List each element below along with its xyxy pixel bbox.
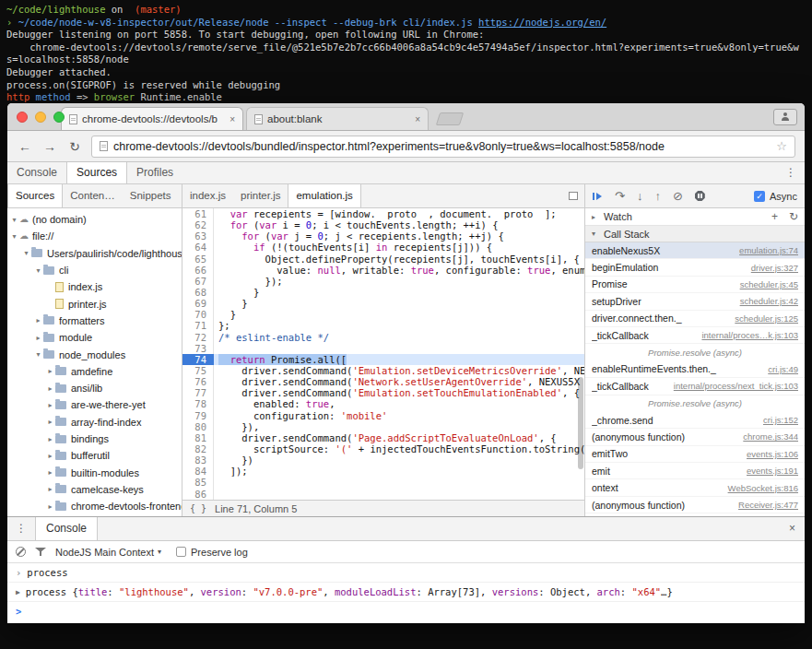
code-line[interactable]: 83 }) <box>182 454 584 466</box>
bookmark-star-icon[interactable]: ☆ <box>776 139 787 153</box>
call-stack-frame-anonymous-function[interactable]: (anonymous function)Receiver.js:477 <box>585 497 805 513</box>
call-stack-header[interactable]: ▾ Call Stack <box>585 226 805 242</box>
code-line[interactable]: 75 driver.sendCommand('Emulation.setDevi… <box>182 365 584 376</box>
line-number[interactable]: 78 <box>182 398 214 409</box>
reload-button[interactable]: ↻ <box>66 139 83 154</box>
call-stack-frame-setupdriver[interactable]: setupDriverscheduler.js:42 <box>585 293 805 310</box>
clear-console-icon[interactable] <box>16 547 26 557</box>
browser-tab-chrome-devtools-devtools-b[interactable]: chrome-devtools://devtools/b× <box>61 107 243 130</box>
line-number[interactable]: 65 <box>182 254 214 265</box>
editor-tab-printer-js[interactable]: printer.js <box>233 184 288 207</box>
call-stack-frame-emittwo[interactable]: emitTwoevents.js:106 <box>585 446 805 463</box>
code-line[interactable]: 86 <box>182 489 584 500</box>
tree-item-builtin-modules[interactable]: ▸builtin-modules <box>7 464 182 480</box>
line-number[interactable]: 79 <box>182 410 214 421</box>
filter-icon[interactable] <box>35 547 46 557</box>
code-line[interactable]: 72/* eslint-enable */ <box>182 332 584 343</box>
tab-close-icon[interactable]: × <box>415 114 420 124</box>
tab-close-icon[interactable]: × <box>229 114 235 124</box>
tree-item-ansi-lib[interactable]: ▸ansi/lib <box>7 380 182 396</box>
code-line[interactable]: 77 driver.sendCommand('Emulation.setTouc… <box>182 387 584 398</box>
add-watch-icon[interactable]: + <box>771 210 778 223</box>
watch-collapse-icon[interactable]: ▸ <box>592 213 600 221</box>
line-number[interactable]: 67 <box>182 276 214 287</box>
close-drawer-icon[interactable]: × <box>780 517 805 540</box>
line-number[interactable]: 70 <box>182 309 214 320</box>
editor-tab-index-js[interactable]: index.js <box>182 184 233 207</box>
tree-item-node-modules[interactable]: ▾node_modules <box>7 346 182 362</box>
code-line[interactable]: 70 } <box>182 309 584 320</box>
tree-item-bufferutil[interactable]: ▸bufferutil <box>7 447 182 464</box>
tree-item-camelcase-keys[interactable]: ▸camelcase-keys <box>7 481 182 498</box>
tree-item-module[interactable]: ▸module <box>7 329 182 346</box>
editor-scrollbar[interactable] <box>578 210 583 498</box>
pretty-print-icon[interactable]: { } <box>190 503 206 513</box>
code-line[interactable]: 81 driver.sendCommand('Page.addScriptToE… <box>182 432 584 443</box>
preserve-log-checkbox[interactable] <box>176 547 186 557</box>
line-number[interactable]: 81 <box>182 432 214 443</box>
code-line[interactable]: 82 scriptSource: '(' + injectedTouchEven… <box>182 443 584 454</box>
call-stack-frame-chrome-send[interactable]: _chrome.sendcri.js:152 <box>585 412 805 429</box>
zoom-window-button[interactable] <box>53 112 65 123</box>
call-stack-frame-tickcallback[interactable]: _tickCallbackinternal/process/next_tick.… <box>585 378 805 395</box>
line-number[interactable]: 76 <box>182 376 214 387</box>
frame-location-link[interactable]: driver.js:327 <box>751 263 798 273</box>
expand-triangle-icon[interactable]: ▶ <box>16 586 20 598</box>
close-window-button[interactable] <box>17 112 28 123</box>
frame-location-link[interactable]: emulation.js:74 <box>739 245 798 255</box>
line-number[interactable]: 74 <box>182 354 214 365</box>
code-line[interactable]: 84 ]); <box>182 466 584 477</box>
line-number[interactable]: 75 <box>182 365 214 376</box>
resume-icon[interactable] <box>593 192 603 201</box>
line-number[interactable]: 69 <box>182 298 214 309</box>
scrollbar-thumb[interactable] <box>578 377 583 469</box>
frame-location-link[interactable]: internal/proces…k.js:103 <box>701 330 798 340</box>
line-number[interactable]: 61 <box>182 208 214 219</box>
code-line[interactable]: 78 enabled: true, <box>182 398 584 409</box>
tree-item-file[interactable]: ▾☁file:// <box>7 228 182 244</box>
frame-location-link[interactable]: scheduler.js:125 <box>735 313 798 324</box>
minimize-window-button[interactable] <box>35 112 46 123</box>
drawer-menu-icon[interactable]: ⋮ <box>7 517 35 540</box>
code-line[interactable]: 64 if (!(touchEvents[i] in recepients[j]… <box>182 242 584 253</box>
tree-item-are-we-there-yet[interactable]: ▸are-we-there-yet <box>7 396 182 413</box>
step-out-icon[interactable]: ↑ <box>654 190 661 202</box>
frame-location-link[interactable]: cri.js:49 <box>768 364 798 374</box>
frame-location-link[interactable]: events.js:191 <box>747 466 798 476</box>
line-number[interactable]: 84 <box>182 466 214 477</box>
code-line[interactable]: 69 } <box>182 298 584 309</box>
line-number[interactable]: 86 <box>182 489 214 500</box>
frame-location-link[interactable]: internal/process/next_tick.js:103 <box>674 381 798 391</box>
console-prompt[interactable]: > <box>7 602 805 621</box>
devtools-menu-icon[interactable]: ⋮ <box>777 162 805 183</box>
async-checkbox[interactable]: ✓ <box>754 191 765 202</box>
preserve-log-toggle[interactable]: Preserve log <box>176 547 248 558</box>
line-number[interactable]: 64 <box>182 242 214 253</box>
call-stack-frame-ontext[interactable]: ontextWebSocket.js:816 <box>585 479 805 496</box>
code-line[interactable]: 80 }), <box>182 421 584 432</box>
tree-item-array-find-index[interactable]: ▸array-find-index <box>7 414 182 431</box>
editor-pane-icon[interactable] <box>569 192 578 200</box>
tree-item-printer-js[interactable]: printer.js <box>7 295 182 312</box>
line-number[interactable]: 62 <box>182 219 214 230</box>
tab-console[interactable]: Console <box>35 517 98 540</box>
line-number[interactable]: 71 <box>182 320 214 331</box>
tab-console[interactable]: Console <box>7 162 66 183</box>
address-bar[interactable]: chrome-devtools://devtools/bundled/inspe… <box>91 136 795 158</box>
frame-location-link[interactable]: WebSocket.js:816 <box>728 483 798 493</box>
line-number[interactable]: 68 <box>182 287 214 298</box>
call-stack-frame-enablenexus5x[interactable]: enableNexus5Xemulation.js:74 <box>585 242 805 259</box>
browser-tab-about-blank[interactable]: about:blank× <box>246 107 429 130</box>
line-number[interactable]: 66 <box>182 265 214 276</box>
call-stack-frame-enableruntimeevents-then[interactable]: enableRuntimeEvents.then._cri.js:49 <box>585 361 805 378</box>
frame-location-link[interactable]: scheduler.js:42 <box>740 296 798 306</box>
line-number[interactable]: 73 <box>182 343 214 354</box>
execution-context-selector[interactable]: NodeJS Main Context ▾ <box>55 547 161 558</box>
forward-button[interactable]: → <box>41 139 58 154</box>
watch-section-header[interactable]: ▸ Watch + ↻ <box>585 208 805 226</box>
tab-profiles[interactable]: Profiles <box>127 162 182 183</box>
tree-item-formatters[interactable]: ▸formatters <box>7 313 182 329</box>
code-line[interactable]: 73 <box>182 343 584 354</box>
frame-location-link[interactable]: events.js:106 <box>747 449 798 459</box>
code-line[interactable]: 62 for (var i = 0; i < touchEvents.lengt… <box>182 219 584 230</box>
